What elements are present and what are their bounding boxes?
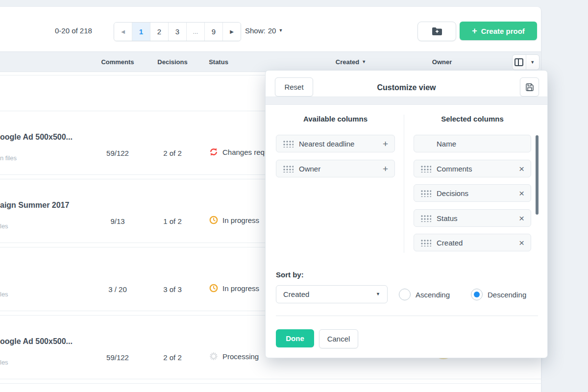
- decisions-count: 2 of 2: [148, 353, 197, 362]
- prev-page-button[interactable]: ◀: [114, 23, 132, 41]
- add-column-icon[interactable]: +: [383, 139, 388, 148]
- spinner-gray-icon: [209, 352, 218, 361]
- status-cell: In progress: [209, 216, 259, 224]
- save-icon: [525, 82, 535, 92]
- customize-view-popover: Reset Customize view Available columns S…: [265, 70, 548, 358]
- sort-by-label: Sort by:: [276, 270, 304, 279]
- show-value: 20: [268, 26, 276, 35]
- next-page-icon: ▶: [230, 29, 234, 34]
- remove-column-icon[interactable]: ×: [519, 238, 524, 247]
- page-button-1[interactable]: 1: [132, 23, 150, 41]
- header-created-sort[interactable]: Created ▼: [329, 52, 372, 72]
- comments-count: 59/122: [93, 149, 142, 157]
- selected-column-item[interactable]: Status ×: [414, 209, 531, 227]
- proof-title: oogle Ad 500x500...: [0, 133, 73, 142]
- column-label: Status: [437, 214, 519, 222]
- create-proof-button[interactable]: + Create proof: [460, 22, 537, 40]
- chevron-down-icon: ▼: [530, 60, 535, 65]
- ascending-label: Ascending: [416, 291, 450, 299]
- next-page-button[interactable]: ▶: [223, 23, 241, 41]
- header-created-label: Created: [336, 58, 359, 66]
- clock-amber-icon: [209, 284, 218, 293]
- status-cell: Processing: [209, 352, 259, 361]
- proof-subtitle: les: [0, 291, 8, 298]
- page-button-9[interactable]: 9: [205, 23, 223, 41]
- prev-page-icon: ◀: [121, 29, 125, 34]
- sort-field-select[interactable]: Created ▼: [276, 285, 388, 303]
- status-label: Processing: [222, 352, 259, 361]
- page-button-2[interactable]: 2: [150, 23, 169, 41]
- comments-count: 3 / 20: [93, 285, 142, 294]
- header-decisions: Decisions: [151, 52, 194, 72]
- chevron-down-icon: ▼: [376, 292, 380, 296]
- column-label: Nearest deadline: [299, 140, 383, 148]
- drag-handle-icon[interactable]: [283, 140, 294, 147]
- selected-columns-scrollbar[interactable]: [536, 135, 539, 215]
- remove-column-icon[interactable]: ×: [519, 214, 524, 223]
- pagination-range: 0-20 of 218: [55, 26, 92, 35]
- sort-caret-icon: ▼: [362, 60, 366, 64]
- decisions-count: 1 of 2: [148, 217, 197, 225]
- column-label: Decisions: [437, 189, 519, 197]
- column-settings-split-button[interactable]: ▼: [512, 54, 539, 70]
- available-column-item[interactable]: Owner +: [276, 160, 395, 177]
- comments-count: 59/122: [93, 353, 142, 362]
- new-folder-button[interactable]: [417, 22, 456, 41]
- refresh-red-icon: [209, 147, 218, 156]
- clock-amber-icon: [209, 216, 218, 224]
- column-label: Comments: [437, 165, 519, 173]
- table-header: Comments Decisions Status Created ▼ Owne…: [0, 51, 541, 72]
- sort-field-value: Created: [283, 290, 376, 298]
- drag-handle-icon[interactable]: [420, 239, 431, 246]
- comments-count: 9/13: [93, 217, 142, 225]
- drag-handle-icon[interactable]: [420, 214, 431, 222]
- column-label: Owner: [299, 165, 383, 173]
- column-lists-divider: [404, 115, 404, 253]
- status-label: In progress: [222, 216, 259, 224]
- proof-title: oogle Ad 500x500...: [0, 337, 73, 346]
- column-label: Name: [437, 140, 524, 148]
- drag-handle-icon[interactable]: [283, 165, 294, 172]
- selected-column-item[interactable]: Created ×: [414, 234, 531, 251]
- save-view-button[interactable]: [520, 77, 539, 97]
- selected-columns-heading: Selected columns: [414, 115, 531, 123]
- decisions-count: 2 of 2: [148, 149, 197, 157]
- selected-column-item[interactable]: Comments ×: [414, 160, 531, 177]
- proof-title: aign Summer 2017: [0, 201, 69, 210]
- page-button-3[interactable]: 3: [169, 23, 187, 41]
- proof-subtitle: les: [0, 359, 8, 366]
- header-status: Status: [197, 52, 240, 72]
- folder-plus-icon: [431, 26, 443, 36]
- add-column-icon[interactable]: +: [383, 164, 388, 173]
- remove-column-icon[interactable]: ×: [519, 189, 524, 198]
- page-ellipsis: ...: [187, 23, 205, 41]
- remove-column-icon[interactable]: ×: [519, 164, 524, 173]
- row-divider: [0, 383, 541, 384]
- proof-subtitle: n files: [0, 154, 17, 162]
- popover-title: Customize view: [266, 83, 547, 92]
- app-screen: 0-20 of 218 ◀ 1 2 3 ... 9 ▶ Show: 20 ▼: [0, 0, 588, 392]
- drag-handle-icon[interactable]: [420, 189, 431, 197]
- header-owner: Owner: [420, 52, 464, 72]
- show-label: Show:: [245, 26, 266, 35]
- column-settings-button[interactable]: [513, 55, 526, 70]
- selected-column-item-locked: Name: [414, 135, 531, 152]
- column-label: Created: [437, 239, 519, 247]
- chevron-down-icon: ▼: [278, 28, 283, 33]
- popover-divider-strip: [266, 97, 547, 105]
- selected-column-item[interactable]: Decisions ×: [414, 184, 531, 202]
- proof-subtitle: les: [0, 222, 8, 230]
- done-button[interactable]: Done: [276, 329, 314, 347]
- descending-radio[interactable]: [471, 289, 483, 300]
- available-columns-heading: Available columns: [276, 115, 395, 123]
- ascending-radio[interactable]: [399, 289, 411, 300]
- show-per-page-dropdown[interactable]: Show: 20 ▼: [245, 26, 283, 35]
- decisions-count: 3 of 3: [148, 285, 197, 294]
- descending-label: Descending: [488, 291, 526, 299]
- header-comments: Comments: [96, 52, 139, 72]
- column-settings-caret-button[interactable]: ▼: [526, 55, 539, 70]
- drag-handle-icon[interactable]: [420, 165, 431, 172]
- create-proof-label: Create proof: [481, 27, 525, 35]
- cancel-button[interactable]: Cancel: [319, 329, 358, 348]
- available-column-item[interactable]: Nearest deadline +: [276, 135, 395, 152]
